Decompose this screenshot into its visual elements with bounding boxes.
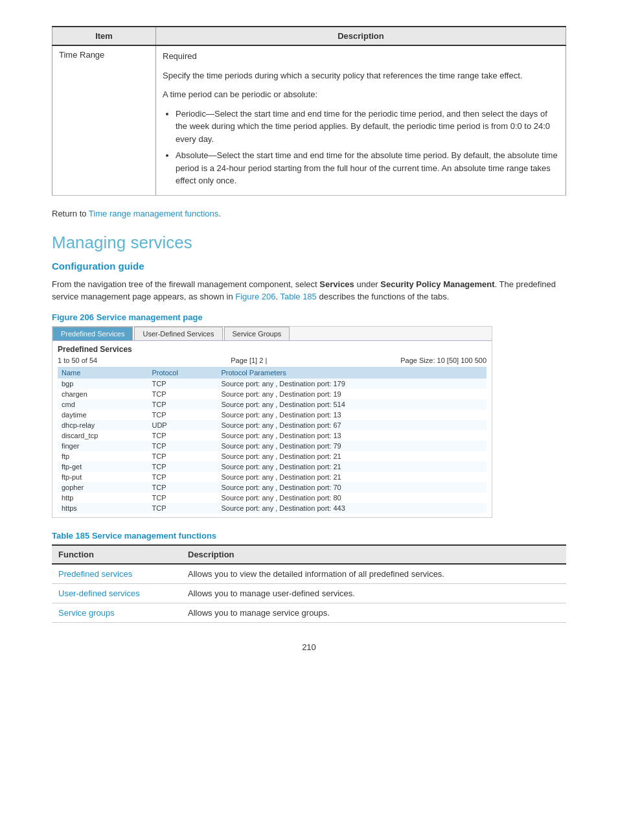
pagination-left: 1 to 50 of 54: [58, 356, 97, 364]
fig-table-row: httpsTCPSource port: any , Destination p…: [58, 503, 486, 513]
func-table-row: Predefined servicesAllows you to view th…: [52, 564, 566, 584]
col-protocol: Protocol: [148, 367, 217, 379]
fig-row-protocol: TCP: [148, 503, 217, 513]
fig-row-params: Source port: any , Destination port: 21: [217, 461, 486, 472]
figure-206-label: Figure 206 Service management page: [52, 312, 566, 322]
fig-row-name: dhcp-relay: [58, 420, 148, 430]
service-management-functions-table: Function Description Predefined services…: [52, 544, 566, 623]
fig-row-protocol: TCP: [148, 410, 217, 420]
page-number: 210: [52, 642, 566, 652]
fig-row-params: Source port: any , Destination port: 67: [217, 420, 486, 430]
func-link[interactable]: Predefined services: [58, 569, 132, 579]
fig-table-row: bgpTCPSource port: any , Destination por…: [58, 379, 486, 389]
body-text-mid: under: [354, 279, 380, 289]
fig-row-params: Source port: any , Destination port: 13: [217, 430, 486, 441]
fig-row-params: Source port: any , Destination port: 19: [217, 389, 486, 399]
func-row-function: Service groups: [52, 603, 181, 622]
fig-row-params: Source port: any , Destination port: 514: [217, 399, 486, 410]
predefined-services-table: Name Protocol Protocol Parameters bgpTCP…: [58, 367, 486, 513]
return-text-before: Return to: [52, 209, 89, 218]
time-range-label: Time Range: [52, 45, 156, 195]
config-guide-body: From the navigation tree of the firewall…: [52, 278, 566, 303]
fig-row-params: Source port: any , Destination port: 79: [217, 441, 486, 451]
pagination-page: Page [1] 2 |: [231, 356, 267, 364]
table-row: Time Range Required Specify the time per…: [52, 45, 566, 195]
func-link[interactable]: User-defined services: [58, 589, 140, 598]
fig-row-name: gopher: [58, 482, 148, 493]
fig-content: Predefined Services 1 to 50 of 54 Page […: [52, 341, 492, 517]
tab-service-groups[interactable]: Service Groups: [224, 327, 290, 340]
func-row-description: Allows you to manage user-defined servic…: [181, 583, 566, 603]
fig-row-protocol: TCP: [148, 399, 217, 410]
periodic-absolute-text: A time period can be periodic or absolut…: [163, 88, 559, 101]
fig-row-name: discard_tcp: [58, 430, 148, 441]
fig-section-title: Predefined Services: [58, 345, 486, 354]
fig-row-params: Source port: any , Destination port: 70: [217, 482, 486, 493]
pagination-size: Page Size: 10 [50] 100 500: [400, 356, 486, 364]
func-col-description: Description: [181, 545, 566, 564]
fig-row-params: Source port: any , Destination port: 443: [217, 503, 486, 513]
body-text-end: describes the functions of the tabs.: [317, 292, 450, 301]
fig-row-params: Source port: any , Destination port: 21: [217, 472, 486, 482]
fig-row-params: Source port: any , Destination port: 13: [217, 410, 486, 420]
fig-row-protocol: TCP: [148, 461, 217, 472]
fig-row-protocol: TCP: [148, 441, 217, 451]
periodic-bullet: Periodic—Select the start time and end t…: [176, 108, 559, 146]
return-link-container: Return to Time range management function…: [52, 209, 566, 218]
fig-row-protocol: TCP: [148, 482, 217, 493]
fig-row-name: ftp: [58, 451, 148, 461]
tab-user-defined-services[interactable]: User-Defined Services: [134, 327, 222, 340]
fig-tabs-container: Predefined Services User-Defined Service…: [52, 327, 492, 341]
config-guide-subtitle: Configuration guide: [52, 261, 566, 272]
services-bold: Services: [319, 279, 354, 289]
fig-row-name: http: [58, 493, 148, 503]
figure-206-box: Predefined Services User-Defined Service…: [52, 326, 492, 518]
col-name: Name: [58, 367, 148, 379]
func-table-row: Service groupsAllows you to manage servi…: [52, 603, 566, 622]
func-link[interactable]: Service groups: [58, 608, 115, 618]
fig-table-row: gopherTCPSource port: any , Destination …: [58, 482, 486, 493]
fig-table-row: dhcp-relayUDPSource port: any , Destinat…: [58, 420, 486, 430]
tab-predefined-services[interactable]: Predefined Services: [52, 327, 133, 340]
fig-row-name: cmd: [58, 399, 148, 410]
func-col-function: Function: [52, 545, 181, 564]
managing-services-title: Managing services: [52, 233, 566, 253]
fig-row-name: ftp-get: [58, 461, 148, 472]
figure-206-link[interactable]: Figure 206: [235, 292, 275, 301]
fig-row-protocol: TCP: [148, 472, 217, 482]
func-table-row: User-defined servicesAllows you to manag…: [52, 583, 566, 603]
fig-row-protocol: TCP: [148, 379, 217, 389]
fig-table-row: discard_tcpTCPSource port: any , Destina…: [58, 430, 486, 441]
fig-row-name: finger: [58, 441, 148, 451]
table-185-link[interactable]: Table 185: [280, 292, 316, 301]
fig-row-protocol: TCP: [148, 389, 217, 399]
fig-row-params: Source port: any , Destination port: 179: [217, 379, 486, 389]
absolute-bullet: Absolute—Select the start time and end t…: [176, 149, 559, 187]
required-text: Required: [163, 50, 559, 63]
func-row-function: Predefined services: [52, 564, 181, 584]
fig-table-row: httpTCPSource port: any , Destination po…: [58, 493, 486, 503]
fig-table-row: chargenTCPSource port: any , Destination…: [58, 389, 486, 399]
fig-row-protocol: TCP: [148, 430, 217, 441]
return-text-after: .: [218, 209, 221, 218]
fig-table-row: ftp-putTCPSource port: any , Destination…: [58, 472, 486, 482]
specify-text: Specify the time periods during which a …: [163, 69, 559, 82]
security-policy-bold: Security Policy Management: [380, 279, 494, 289]
fig-row-name: daytime: [58, 410, 148, 420]
fig-row-params: Source port: any , Destination port: 80: [217, 493, 486, 503]
func-row-function: User-defined services: [52, 583, 181, 603]
fig-row-protocol: TCP: [148, 451, 217, 461]
fig-table-row: fingerTCPSource port: any , Destination …: [58, 441, 486, 451]
fig-row-name: bgp: [58, 379, 148, 389]
fig-table-row: ftp-getTCPSource port: any , Destination…: [58, 461, 486, 472]
fig-row-name: ftp-put: [58, 472, 148, 482]
fig-row-name: https: [58, 503, 148, 513]
fig-table-row: cmdTCPSource port: any , Destination por…: [58, 399, 486, 410]
fig-row-name: chargen: [58, 389, 148, 399]
time-range-link[interactable]: Time range management functions: [89, 209, 218, 218]
fig-row-protocol: TCP: [148, 493, 217, 503]
func-row-description: Allows you to manage service groups.: [181, 603, 566, 622]
fig-row-protocol: UDP: [148, 420, 217, 430]
time-range-table: Item Description Time Range Required Spe…: [52, 26, 566, 196]
func-row-description: Allows you to view the detailed informat…: [181, 564, 566, 584]
